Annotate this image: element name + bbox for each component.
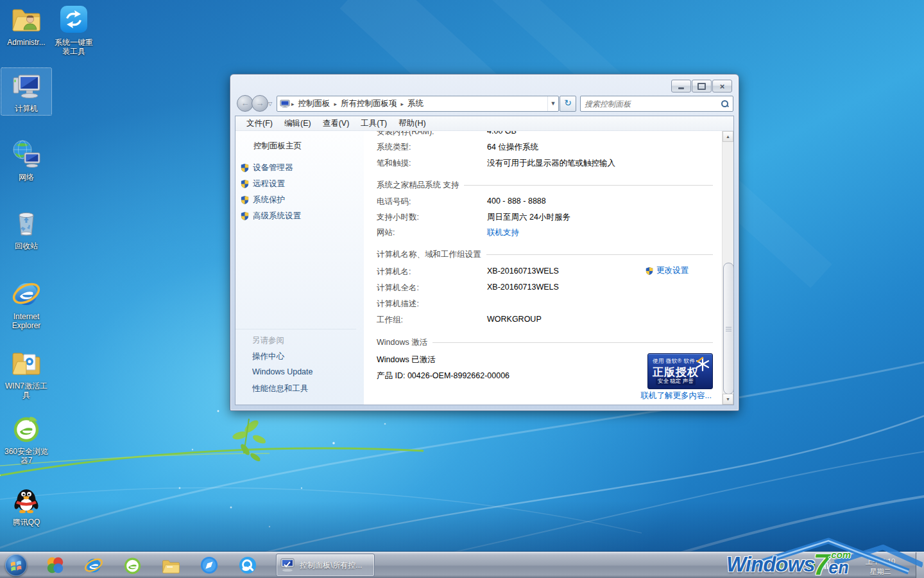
taskbar-active-window-button[interactable]: 控制面板\所有控...	[276, 554, 375, 577]
sidebar-item-label: 高级系统设置	[253, 211, 301, 222]
computer-small-icon	[280, 558, 296, 572]
desktop-icon-administrator[interactable]: Administr...	[1, 4, 51, 47]
support-hours-row: 支持小时数: 周日至周六 24小时服务	[377, 212, 570, 223]
sidebar-item-control-panel-home[interactable]: 控制面板主页	[253, 141, 302, 152]
sidebar-item-windows-update[interactable]: Windows Update	[252, 367, 313, 376]
clock-time: 上午 4:10	[852, 556, 909, 566]
badge-line3: 安全 稳定 声誉	[656, 378, 696, 385]
sidebar: 控制面板主页 设备管理器	[235, 131, 364, 405]
field-value: XB-20160713WELS	[487, 283, 559, 293]
computer-fullname-row: 计算机全名: XB-20160713WELS	[377, 283, 559, 293]
activation-status-row: Windows 已激活	[377, 355, 436, 365]
sidebar-item-device-manager[interactable]: 设备管理器	[240, 162, 293, 173]
search-input[interactable]	[581, 100, 721, 109]
wallpaper-shadow	[0, 501, 924, 552]
taskbar-icon-compass-browser[interactable]	[198, 554, 220, 576]
folder-icon	[161, 556, 181, 575]
show-desktop-button[interactable]	[916, 552, 924, 578]
tray-icon-360[interactable]	[777, 561, 787, 570]
desktop-icon-system-reinstall-tool[interactable]: 系统一键重 装工具	[49, 4, 99, 56]
change-settings[interactable]: 更改设置	[645, 265, 689, 276]
field-label: 计算机全名:	[377, 283, 487, 293]
scroll-down-icon[interactable]: ▼	[723, 394, 733, 405]
menu-view[interactable]: 查看(V)	[317, 118, 355, 129]
taskbar-icon-qq-browser[interactable]	[237, 554, 259, 576]
online-support-link[interactable]: 联机支持	[487, 227, 519, 238]
close-button[interactable]: ×	[712, 80, 732, 92]
desktop-icon-label: 回收站	[1, 241, 51, 250]
tray-icon-volume[interactable]	[836, 561, 846, 570]
sidebar-item-action-center[interactable]: 操作中心	[252, 351, 284, 362]
sidebar-item-performance-tools[interactable]: 性能信息和工具	[252, 383, 309, 394]
field-label: 工作组:	[377, 315, 487, 326]
minimize-icon	[678, 87, 684, 89]
sidebar-item-remote-settings[interactable]: 远程设置	[240, 179, 285, 189]
pen-touch-row: 笔和触摸: 没有可用于此显示器的笔或触控输入	[377, 158, 615, 169]
menu-help[interactable]: 帮助(H)	[393, 118, 431, 129]
taskbar-icon-360-safe[interactable]	[44, 554, 66, 576]
user-folder-icon	[11, 4, 42, 35]
system-control-panel-window: × ← → ▽ ▸ 控制面板 ▸ 所有控制面板项 ▸ 系统 ▼ ↻	[230, 74, 739, 411]
computer-small-icon	[280, 100, 290, 109]
vertical-scrollbar[interactable]: ▲ ▼	[722, 131, 733, 405]
menu-edit[interactable]: 编辑(E)	[278, 118, 317, 129]
desktop-icon-internet-explorer[interactable]: Internet Explorer	[1, 278, 51, 330]
minimize-button[interactable]	[671, 80, 691, 92]
taskbar-button-label: 控制面板\所有控...	[300, 560, 362, 571]
refresh-button[interactable]: ↻	[560, 96, 576, 112]
tray-icon-network[interactable]	[821, 561, 831, 570]
field-value: 64 位操作系统	[487, 142, 538, 153]
maximize-button[interactable]	[692, 80, 712, 92]
navigation-bar: ← → ▽ ▸ 控制面板 ▸ 所有控制面板项 ▸ 系统 ▼ ↻	[230, 94, 739, 113]
desktop-icon-tencent-qq[interactable]: 腾讯QQ	[1, 484, 51, 527]
menu-file[interactable]: 文件(F)	[241, 118, 278, 129]
computer-name-section-header: 计算机名称、域和工作组设置	[377, 249, 713, 260]
change-settings-link[interactable]: 更改设置	[656, 265, 689, 276]
window-body: 文件(F) 编辑(E) 查看(V) 工具(T) 帮助(H) 控制面板主页	[235, 116, 734, 405]
sidebar-item-system-protection[interactable]: 系统保护	[240, 195, 285, 206]
field-label: 网站:	[377, 227, 487, 238]
forward-button[interactable]: →	[252, 95, 268, 112]
desktop-icon-win7-activation-tool[interactable]: WIN7激活工 具	[1, 347, 51, 399]
taskbar-icon-internet-explorer[interactable]	[83, 554, 105, 576]
system-info-panel: 安装内存(RAM): 4.00 GB 系统类型: 64 位操作系统 笔和触摸: …	[364, 131, 722, 405]
qq-penguin-icon	[11, 484, 42, 514]
desktop-icon-360-browser[interactable]: 360安全浏览 器7	[1, 413, 51, 465]
address-dropdown-icon[interactable]: ▼	[547, 96, 558, 111]
taskbar-clock[interactable]: 上午 4:10 星期二	[852, 556, 909, 577]
sidebar-item-label: 系统保护	[253, 195, 285, 206]
field-label: 计算机名:	[377, 267, 487, 277]
desktop-icon-recycle-bin[interactable]: 回收站	[1, 207, 51, 250]
learn-more-online-link[interactable]: 联机了解更多内容...	[641, 390, 712, 401]
close-icon: ×	[720, 82, 725, 91]
uac-shield-icon	[645, 267, 654, 276]
scrollbar-thumb[interactable]	[723, 263, 733, 394]
start-button[interactable]	[5, 554, 27, 576]
desktop-icon-computer[interactable]: 计算机	[1, 68, 51, 115]
breadcrumb-control-panel[interactable]: 控制面板	[296, 98, 333, 109]
scroll-up-icon[interactable]: ▲	[723, 131, 733, 142]
tray-icon-action-center-flag[interactable]	[792, 561, 801, 570]
breadcrumb-system[interactable]: 系统	[405, 98, 426, 109]
computer-description-row: 计算机描述:	[377, 299, 487, 310]
taskbar-icon-explorer[interactable]	[160, 554, 182, 576]
search-box	[580, 96, 733, 112]
desktop-icon-network[interactable]: 网络	[1, 139, 51, 182]
menu-tools[interactable]: 工具(T)	[355, 118, 393, 129]
tray-icon-antivirus-shield[interactable]	[807, 561, 816, 570]
taskbar-icon-360-browser[interactable]	[121, 554, 143, 576]
pinwheel-icon	[46, 556, 65, 575]
field-label: 笔和触摸:	[377, 158, 487, 169]
search-icon[interactable]	[721, 100, 729, 108]
breadcrumb-all-items[interactable]: 所有控制面板项	[338, 98, 400, 109]
desktop-icon-label: 网络	[1, 173, 51, 182]
sidebar-item-label: 远程设置	[253, 179, 285, 189]
recent-pages-chevron-icon[interactable]: ▽	[268, 101, 272, 107]
sidebar-item-advanced-system-settings[interactable]: 高级系统设置	[240, 211, 301, 222]
activation-section-header: Windows 激活	[377, 337, 713, 348]
desktop-icon-label: Internet Explorer	[1, 312, 51, 330]
field-label: 支持小时数:	[377, 212, 487, 223]
address-bar[interactable]: ▸ 控制面板 ▸ 所有控制面板项 ▸ 系统 ▼	[277, 96, 559, 112]
computer-name-row: 计算机名: XB-20160713WELS	[377, 267, 559, 277]
uac-shield-icon	[240, 195, 250, 205]
